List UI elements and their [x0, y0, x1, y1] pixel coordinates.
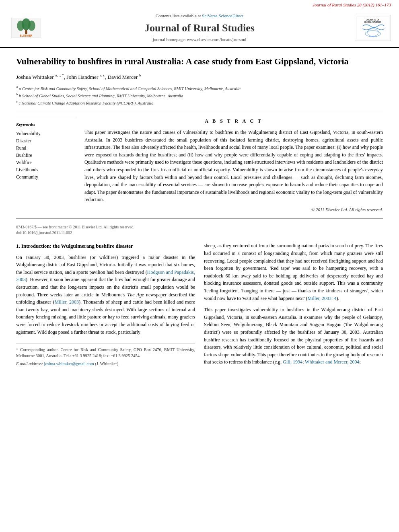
- section-1-col-left-text: On January 30, 2003, bushfires (or wildf…: [16, 254, 195, 336]
- col-right: sheep, as they ventured out from the sur…: [204, 242, 383, 370]
- journal-header-center: Contents lists available at SciVerse Sci…: [44, 13, 355, 43]
- svg-rect-4: [25, 30, 27, 34]
- svg-text:ELSEVIER: ELSEVIER: [20, 35, 33, 37]
- ref-hodgson: Hodgson and Papadakis, 2003: [16, 269, 195, 283]
- keywords-box: Keywords: Vulnerability Disaster Rural B…: [16, 118, 76, 213]
- journal-issue-bar: Journal of Rural Studies 28 (2012) 161–1…: [0, 0, 399, 9]
- issn-line: 0743-0167/$ — see front matter © 2011 El…: [16, 224, 383, 236]
- main-journal-title: Journal of Rural Studies: [44, 21, 355, 35]
- journal-issue-text: Journal of Rural Studies 28 (2012) 161–1…: [313, 2, 391, 7]
- footnote-email: E-mail address: joshua.whittaker@gmail.c…: [16, 361, 195, 367]
- section-1-col-right-p2: This paper investigates vulnerability to…: [204, 306, 383, 366]
- main-content: Vulnerability to bushfires in rural Aust…: [0, 48, 399, 378]
- keyword-5: Wildfire: [16, 159, 76, 166]
- svg-text:JOURNAL OF: JOURNAL OF: [366, 18, 380, 21]
- col-left: 1. Introduction: the Wulgulmerang bushfi…: [16, 242, 195, 370]
- keyword-2: Disaster: [16, 138, 76, 144]
- svg-point-3: [28, 21, 35, 31]
- keywords-title: Keywords:: [16, 121, 76, 127]
- ref-gill: Gill, 1994: [283, 359, 302, 365]
- keyword-4: Bushfire: [16, 152, 76, 158]
- ref-whittaker-mercer: Whittaker and Mercer, 2004: [305, 359, 359, 365]
- keyword-7: Community: [16, 174, 76, 180]
- journal-header: ELSEVIER Contents lists available at Sci…: [0, 9, 399, 47]
- journal-homepage: journal homepage: www.elsevier.com/locat…: [44, 37, 355, 43]
- contents-line: Contents lists available at SciVerse Sci…: [44, 13, 355, 19]
- ref-miller-4: Miller, 2003: 4: [308, 296, 337, 301]
- keyword-1: Vulnerability: [16, 130, 76, 137]
- keyword-3: Rural: [16, 145, 76, 151]
- footnote-corresponding: * Corresponding author. Centre for Risk …: [16, 347, 195, 359]
- footnote-area: * Corresponding author. Centre for Risk …: [16, 343, 195, 367]
- abstract-body: This paper investigates the nature and c…: [84, 129, 383, 203]
- two-col-section: 1. Introduction: the Wulgulmerang bushfi…: [16, 242, 383, 370]
- email-link[interactable]: joshua.whittaker@gmail.com: [44, 362, 94, 366]
- authors-line: Joshua Whittaker a, c, *, John Handmer a…: [16, 73, 383, 81]
- elsevier-logo: ELSEVIER: [8, 18, 44, 38]
- abstract-section: Keywords: Vulnerability Disaster Rural B…: [16, 118, 383, 213]
- abstract-label: A B S T R A C T: [84, 118, 383, 125]
- sciverse-link[interactable]: SciVerse ScienceDirect: [202, 13, 243, 18]
- article-title: Vulnerability to bushfires in rural Aust…: [16, 56, 383, 68]
- journal-logo: JOURNAL OF RURAL STUDIES: [355, 15, 391, 41]
- section-1-heading: 1. Introduction: the Wulgulmerang bushfi…: [16, 242, 195, 250]
- section-1-col-right-p1: sheep, as they ventured out from the sur…: [204, 242, 383, 302]
- abstract-text-box: A B S T R A C T This paper investigates …: [84, 118, 383, 213]
- affiliation-c: c c National Climate Change Adaptation R…: [16, 99, 383, 106]
- affiliations: a a Centre for Risk and Community Safety…: [16, 84, 383, 107]
- ref-miller-2003: Miller, 2003: [54, 299, 79, 305]
- divider-2: [16, 218, 383, 219]
- keyword-6: Livelihoods: [16, 166, 76, 173]
- copyright-line: © 2011 Elsevier Ltd. All rights reserved…: [84, 207, 383, 213]
- divider-1: [16, 112, 383, 112]
- affiliation-a: a a Centre for Risk and Community Safety…: [16, 84, 383, 92]
- affiliation-b: b b School of Global Studies, Social Sci…: [16, 92, 383, 99]
- svg-text:RURAL STUDIES: RURAL STUDIES: [364, 21, 381, 23]
